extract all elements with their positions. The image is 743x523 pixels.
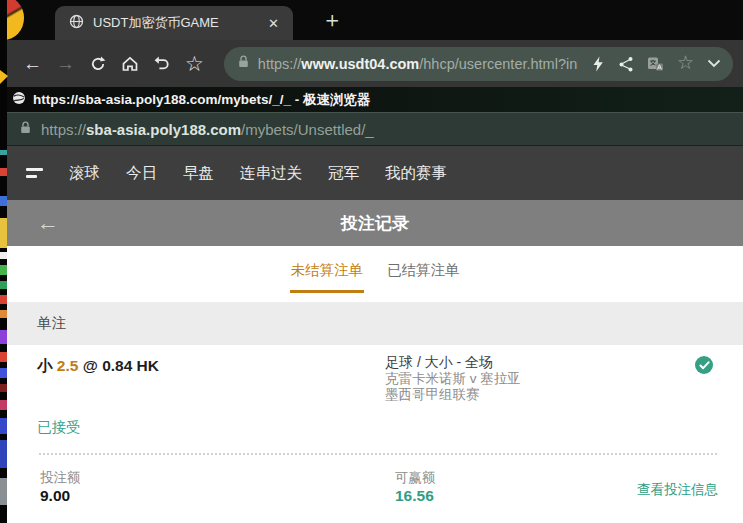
tab-unsettled[interactable]: 未结算注单 <box>290 255 365 293</box>
inner-url-scheme: https:// <box>41 121 86 138</box>
home-icon[interactable] <box>121 55 139 73</box>
url-path: /hhcp/usercenter.html?iniTy... <box>419 56 578 72</box>
globe-icon <box>69 14 84 33</box>
forward-icon[interactable]: → <box>56 54 75 73</box>
inner-window-titlebar: https://sba-asia.poly188.com/mybets/_/_ … <box>7 87 743 112</box>
strip-fragment <box>0 265 7 275</box>
league-name: 墨西哥甲组联赛 <box>385 387 521 404</box>
sport-nav-bar: 滚球 今日 早盘 连串过关 冠军 我的赛事 <box>7 146 743 200</box>
strip-fragment <box>0 218 7 248</box>
win-value: 16.56 <box>395 487 434 505</box>
dotted-divider <box>39 453 717 455</box>
market-name: 足球 / 大小 - 全场 <box>385 354 521 371</box>
odds-value: 0.84 <box>102 357 132 374</box>
tab-settled[interactable]: 已结算注单 <box>386 255 461 290</box>
url-text: https://www.usdt04.com/hhcp/usercenter.h… <box>258 56 578 72</box>
browser-tab-bar: USDT加密货币GAME ✕ ＋ <box>7 0 743 40</box>
bookmark-star-icon[interactable]: ☆ <box>185 53 204 74</box>
nav-item-my-events[interactable]: 我的赛事 <box>385 163 447 184</box>
strip-fragment <box>0 150 7 155</box>
inner-url-bar[interactable]: https://sba-asia.poly188.com/mybets/Unse… <box>7 112 743 146</box>
lock-icon <box>237 54 250 73</box>
stake-value: 9.00 <box>40 487 70 505</box>
strip-fragment <box>0 352 7 362</box>
strip-fragment <box>0 368 7 378</box>
browser-window: USDT加密货币GAME ✕ ＋ ← → ☆ https://w <box>7 0 743 523</box>
url-scheme: https:// <box>258 56 302 72</box>
bet-type-band: 单注 <box>7 300 743 345</box>
inner-url-text: https://sba-asia.poly188.com/mybets/Unse… <box>41 121 374 138</box>
share-icon[interactable] <box>618 56 634 72</box>
new-tab-icon[interactable]: ＋ <box>321 5 343 35</box>
tab-title: USDT加密货币GAME <box>93 14 264 32</box>
match-name: 克雷卡米诺斯 v 塞拉亚 <box>385 371 521 388</box>
selection: 小 <box>37 357 53 374</box>
reload-icon[interactable] <box>89 55 107 73</box>
favorite-star-icon[interactable]: ☆ <box>677 51 694 74</box>
lock-icon <box>19 120 32 139</box>
strip-fragment <box>0 196 7 206</box>
strip-fragment <box>0 168 7 176</box>
nav-item-outright[interactable]: 冠军 <box>328 163 359 184</box>
nav-item-live[interactable]: 滚球 <box>69 163 100 184</box>
strip-fragment <box>0 418 7 434</box>
undo-icon[interactable] <box>153 55 171 73</box>
inner-window-title: https://sba-asia.poly188.com/mybets/_/_ … <box>33 91 371 109</box>
inner-url-domain: sba-asia.poly188.com <box>86 121 241 138</box>
strip-fragment <box>0 310 7 318</box>
strip-fragment <box>0 384 7 392</box>
screen: USDT加密货币GAME ✕ ＋ ← → ☆ https://w <box>0 0 743 523</box>
accepted-check-icon <box>695 356 713 374</box>
bet-card: 小 2.5 @ 0.84 HK 足球 / 大小 - 全场 克雷卡米诺斯 v 塞拉… <box>7 345 743 523</box>
strip-fragment <box>0 440 7 468</box>
handicap-value: 2.5 <box>57 357 79 374</box>
nav-item-early[interactable]: 早盘 <box>183 163 214 184</box>
strip-fragment <box>0 478 7 505</box>
strip-fragment <box>0 295 7 304</box>
strip-fragment <box>0 281 7 289</box>
background-fragment <box>0 70 8 84</box>
view-bet-details-link[interactable]: 查看投注信息 <box>637 481 718 499</box>
at-sign: @ <box>83 357 98 374</box>
chevron-down-icon[interactable] <box>707 59 721 68</box>
page-header: ← 投注记录 <box>7 200 743 246</box>
win-label: 可赢额 <box>395 469 436 487</box>
bet-tabs: 未结算注单 已结算注单 <box>7 246 743 300</box>
menu-icon[interactable] <box>26 168 43 178</box>
lightning-icon[interactable] <box>591 56 605 72</box>
translate-icon[interactable] <box>647 56 664 72</box>
url-bar[interactable]: https://www.usdt04.com/hhcp/usercenter.h… <box>224 47 733 81</box>
strip-fragment <box>0 400 7 410</box>
nav-item-parlay[interactable]: 连串过关 <box>240 163 302 184</box>
stake-label: 投注额 <box>40 469 81 487</box>
page-title: 投注记录 <box>341 212 409 235</box>
inner-url-path: /mybets/Unsettled/_ <box>241 121 374 138</box>
tab-close-icon[interactable]: ✕ <box>264 16 283 31</box>
bet-selection-line: 小 2.5 @ 0.84 HK <box>37 356 159 377</box>
bet-status: 已接受 <box>37 418 81 437</box>
market-info: 足球 / 大小 - 全场 克雷卡米诺斯 v 塞拉亚 墨西哥甲组联赛 <box>385 354 521 404</box>
browser-toolbar: ← → ☆ https://www.usdt04.com/hhcp/userce… <box>7 40 743 87</box>
back-arrow-icon[interactable]: ← <box>37 212 59 234</box>
globe-icon <box>12 91 26 109</box>
strip-fragment <box>0 252 7 259</box>
back-icon[interactable]: ← <box>23 54 42 73</box>
nav-item-today[interactable]: 今日 <box>126 163 157 184</box>
url-domain: www.usdt04.com <box>301 56 419 72</box>
strip-fragment <box>0 330 7 344</box>
browser-tab[interactable]: USDT加密货币GAME ✕ <box>55 6 293 40</box>
odds-type: HK <box>137 357 159 374</box>
